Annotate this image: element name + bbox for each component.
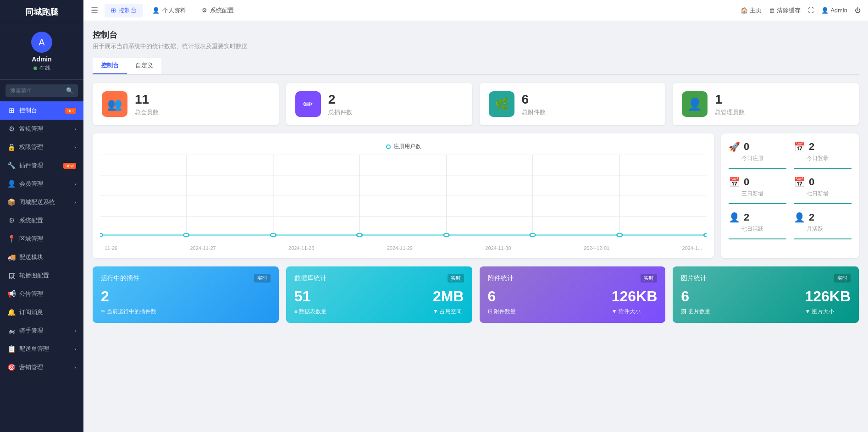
sidebar-item-sysconfig[interactable]: ⚙ 系统配置 [0,211,83,230]
sidebar-item-label: 同城配送系统 [19,198,55,206]
running-plugins-sub: ✏ 当前运行中的插件数 [101,308,271,316]
username: Admin [32,55,52,63]
sidebar-item-announcement[interactable]: 📢 公告管理 [0,285,83,303]
sidebar-item-label: 区域管理 [19,235,43,243]
svg-point-11 [100,233,103,237]
mini-stat-7day-active: 👤 2 七日活跃 [729,211,786,239]
month-active-icon: 👤 [794,212,805,223]
chart-x-labels: 11-26 2024-11-27 2024-11-28 2024-11-29 2… [100,245,707,251]
search-icon: 🔍 [66,87,73,94]
fullscreen-button[interactable]: ⛶ [808,7,814,14]
db-space: 2MB [433,288,464,305]
content-tabs: 控制台 自定义 [93,58,859,75]
svg-point-14 [357,233,362,237]
delivery-system-icon: 📦 [7,198,16,206]
status-label: 在线 [39,64,50,72]
today-register-label: 今日注册 [741,155,786,162]
attachment-size-label: ▼ 附件大小 [612,308,658,316]
tab-dashboard-icon: ⊞ [111,7,116,14]
logout-button[interactable]: ⏻ [855,7,861,14]
clear-cache-button[interactable]: 🗑 清除缓存 [769,6,801,15]
sidebar-item-label: 营销管理 [19,363,43,371]
sidebar-item-delivery-system[interactable]: 📦 同城配送系统 › [0,193,83,211]
db-space-label: ▼ 占用空间 [433,308,464,316]
tab-profile-label: 个人资料 [162,6,186,15]
mini-stat-3day: 📅 0 三日新增 [729,176,786,204]
svg-point-13 [271,233,276,237]
image-stats-title: 图片统计 [681,274,707,282]
delivery-module-icon: 🚚 [7,253,16,261]
svg-point-16 [530,233,536,237]
search-input[interactable] [10,88,63,94]
sidebar-item-delivery-module[interactable]: 🚚 配送模块 [0,248,83,266]
chevron-icon: › [74,199,76,205]
7day-active-number: 2 [744,211,749,223]
x-label-2: 2024-11-27 [190,245,216,251]
logo-text: 同城跑腿 [25,6,58,17]
bottom-card-attachment-stats: 附件统计 实时 6 ⊡ 附件数量 126KB ▼ 附件大小 [480,266,666,323]
home-link[interactable]: 🏠 主页 [741,6,762,15]
clear-cache-icon: 🗑 [769,7,775,14]
common-icon: ⚙ [7,125,16,133]
sidebar-item-common[interactable]: ⚙ 常规管理 › [0,120,83,138]
chart-legend: 注册用户数 [386,143,421,150]
x-label-6: 2024-12-01 [584,245,609,251]
image-size: 126KB [805,288,851,305]
db-table-count: 51 [294,288,326,305]
sidebar-search-box[interactable]: 🔍 [6,84,78,97]
chart-grid [100,155,707,237]
chart-legend-label: 注册用户数 [393,143,421,150]
admins-label: 总管理员数 [715,108,745,116]
tab-sysconfig[interactable]: ⚙ 系统配置 [195,4,240,17]
top-navbar: ☰ ⊞ 控制台 👤 个人资料 ⚙ 系统配置 🏠 主页 🗑 清除缓存 ⛶ [83,0,868,21]
attachments-number: 6 [522,92,546,107]
announcement-icon: 📢 [7,290,16,298]
stat-card-admins: 👤 1 总管理员数 [673,83,859,125]
plugins-label: 总插件数 [328,108,352,116]
delivery-order-icon: 📋 [7,345,16,353]
stat-cards-row: 👥 11 总会员数 ✏ 2 总插件数 🌿 6 总附件数 [93,83,859,125]
3day-label: 三日新增 [741,190,786,198]
today-login-icon: 📅 [794,141,805,152]
attachment-stats-title: 附件统计 [488,274,514,282]
7day-active-icon: 👤 [729,212,740,223]
7day-new-icon: 📅 [794,177,805,188]
sidebar-item-dashboard[interactable]: ⊞ 控制台 hot [0,101,83,120]
tab-dashboard[interactable]: ⊞ 控制台 [105,4,143,17]
x-label-4: 2024-11-29 [387,245,413,251]
tab-dashboard-content[interactable]: 控制台 [93,58,127,74]
sidebar-item-carousel[interactable]: 🖼 轮播图配置 [0,266,83,285]
sidebar-item-label: 配送单管理 [19,345,49,353]
sidebar-item-label: 系统配置 [19,216,43,225]
bottom-cards-row: 运行中的插件 实时 2 ✏ 当前运行中的插件数 数据库统计 实时 51 ≡ 数据… [93,266,859,323]
hamburger-icon[interactable]: ☰ [91,6,98,16]
image-size-label: ▼ 图片大小 [805,308,851,316]
sidebar-item-label: 控制台 [19,106,37,115]
x-label-1: 11-26 [105,245,117,251]
ordermsg-icon: 🔔 [7,308,16,316]
3day-icon: 📅 [729,177,740,188]
sidebar-item-ordermsg[interactable]: 🔔 订阅消息 [0,303,83,321]
sidebar-item-label: 配送模块 [19,253,43,261]
new-badge: new [63,163,76,169]
db-stats-badge: 实时 [448,274,464,282]
sidebar-item-plugin[interactable]: 🔧 插件管理 new [0,156,83,175]
sidebar-item-region[interactable]: 📍 区域管理 [0,230,83,248]
admin-menu[interactable]: 👤 Admin [821,7,847,14]
sidebar-item-member[interactable]: 👤 会员管理 › [0,175,83,193]
sidebar-item-delivery-order[interactable]: 📋 配送单管理 › [0,340,83,358]
image-count: 6 [681,288,710,305]
sidebar-item-rider[interactable]: 🏍 骑手管理 › [0,321,83,340]
attachment-count-label: ⊡ 附件数量 [488,308,516,316]
svg-point-18 [704,233,707,237]
month-active-number: 2 [809,211,814,223]
tab-dashboard-label: 控制台 [119,6,137,15]
sidebar-item-marketing[interactable]: 🎯 营销管理 › [0,358,83,377]
chart-svg [100,155,707,237]
x-label-5: 2024-11-30 [485,245,511,251]
sidebar-item-permission[interactable]: 🔒 权限管理 › [0,138,83,156]
tab-profile[interactable]: 👤 个人资料 [146,4,193,17]
rider-icon: 🏍 [7,327,16,335]
tab-custom-content[interactable]: 自定义 [127,58,161,74]
chevron-icon: › [74,365,76,370]
